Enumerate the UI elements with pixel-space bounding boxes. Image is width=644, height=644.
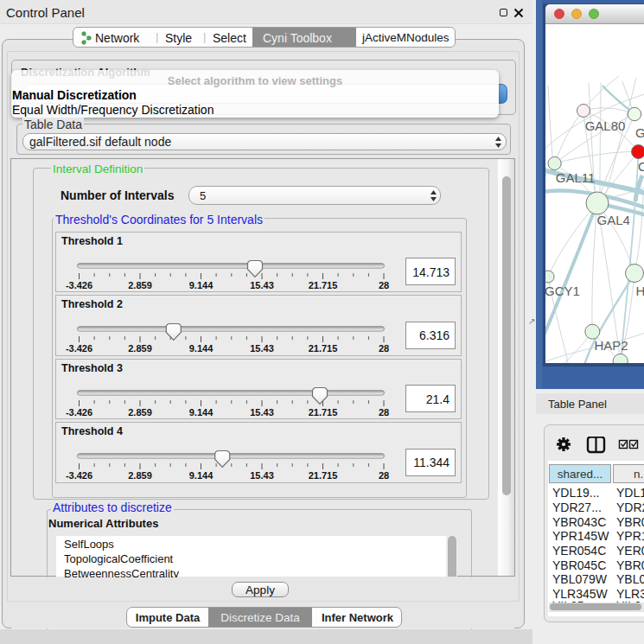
svg-text:GAL4: GAL4 [597, 213, 630, 227]
svg-text:9.144: 9.144 [189, 343, 214, 354]
svg-text:GCY1: GCY1 [545, 284, 580, 298]
svg-text:9.144: 9.144 [189, 407, 214, 418]
svg-text:-3.426: -3.426 [66, 470, 92, 481]
svg-text:H: H [636, 284, 644, 298]
svg-text:28: 28 [379, 343, 389, 354]
svg-text:-3.426: -3.426 [66, 280, 92, 290]
svg-text:28: 28 [379, 470, 389, 481]
svg-text:15.43: 15.43 [250, 343, 274, 354]
svg-text:2.859: 2.859 [128, 470, 152, 481]
svg-text:21.715: 21.715 [309, 343, 338, 354]
svg-text:GAL80: GAL80 [585, 118, 626, 133]
svg-text:-3.426: -3.426 [66, 343, 92, 354]
svg-text:CD: CD [638, 159, 644, 174]
svg-text:-3.426: -3.426 [66, 407, 92, 418]
svg-text:9.144: 9.144 [189, 470, 214, 481]
svg-text:9.144: 9.144 [189, 280, 214, 290]
svg-text:28: 28 [379, 407, 389, 418]
svg-text:GA: GA [635, 125, 644, 140]
svg-text:2.859: 2.859 [128, 280, 152, 290]
svg-text:HAP2: HAP2 [594, 338, 628, 353]
svg-text:GAL11: GAL11 [556, 170, 596, 185]
svg-text:21.715: 21.715 [309, 470, 338, 481]
svg-text:28: 28 [379, 280, 389, 290]
svg-text:15.43: 15.43 [250, 407, 274, 418]
svg-text:21.715: 21.715 [309, 280, 338, 290]
svg-text:15.43: 15.43 [250, 280, 274, 290]
svg-text:2.859: 2.859 [128, 407, 152, 418]
svg-text:2.859: 2.859 [128, 343, 152, 354]
svg-text:15.43: 15.43 [250, 470, 274, 481]
svg-text:21.715: 21.715 [309, 407, 338, 418]
